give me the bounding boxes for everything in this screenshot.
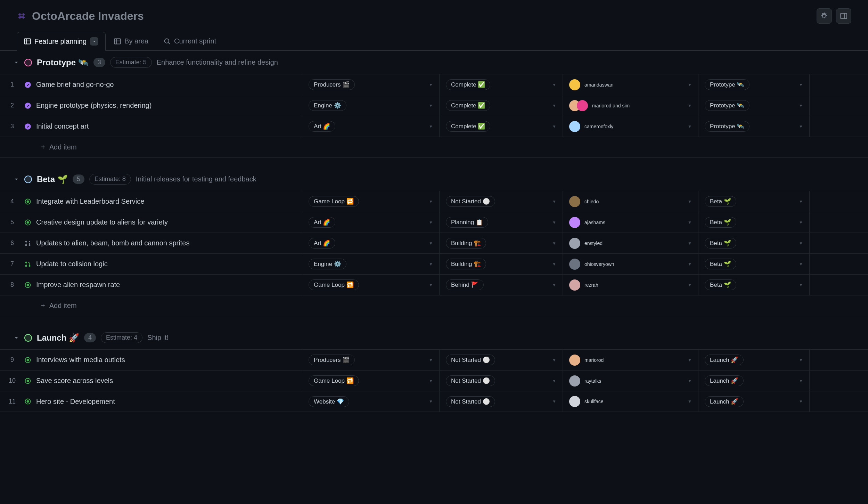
dropdown-caret-icon[interactable]: ▼ — [552, 241, 556, 246]
status-cell[interactable]: Complete ✅▼ — [440, 116, 563, 137]
dropdown-caret-icon[interactable]: ▼ — [552, 262, 556, 267]
dropdown-caret-icon[interactable]: ▼ — [688, 283, 692, 287]
dropdown-caret-icon[interactable]: ▼ — [799, 241, 803, 246]
dropdown-caret-icon[interactable]: ▼ — [688, 199, 692, 204]
milestone-cell[interactable]: Beta 🌱▼ — [698, 254, 810, 274]
dropdown-caret-icon[interactable]: ▼ — [799, 379, 803, 383]
table-row[interactable]: 10Save score across levelsGame Loop 🔁▼No… — [0, 370, 868, 391]
dropdown-caret-icon[interactable]: ▼ — [799, 199, 803, 204]
table-row[interactable]: 2Engine prototype (physics, rendering)En… — [0, 95, 868, 116]
assignee-cell[interactable]: amandaswan▼ — [563, 74, 698, 95]
category-cell[interactable]: Engine ⚙️▼ — [302, 95, 440, 116]
row-title[interactable]: Engine prototype (physics, rendering) — [36, 101, 152, 109]
milestone-cell[interactable]: Prototype 🛰️▼ — [698, 95, 810, 116]
status-cell[interactable]: Building 🏗️▼ — [440, 233, 563, 253]
assignee-cell[interactable]: rezrah▼ — [563, 275, 698, 295]
row-title[interactable]: Improve alien respawn rate — [36, 281, 120, 289]
dropdown-caret-icon[interactable]: ▼ — [552, 103, 556, 108]
assignee-cell[interactable]: mariorod and sim▼ — [563, 95, 698, 116]
dropdown-caret-icon[interactable]: ▼ — [552, 358, 556, 363]
dropdown-caret-icon[interactable]: ▼ — [688, 241, 692, 246]
dropdown-caret-icon[interactable]: ▼ — [688, 103, 692, 108]
status-cell[interactable]: Not Started ⚪▼ — [440, 371, 563, 391]
dropdown-caret-icon[interactable]: ▼ — [799, 283, 803, 287]
dropdown-caret-icon[interactable]: ▼ — [688, 124, 692, 129]
dropdown-caret-icon[interactable]: ▼ — [799, 399, 803, 404]
milestone-cell[interactable]: Beta 🌱▼ — [698, 275, 810, 295]
milestone-cell[interactable]: Launch 🚀▼ — [698, 350, 810, 370]
category-cell[interactable]: Art 🌈▼ — [302, 212, 440, 233]
table-row[interactable]: 4Integrate with Leaderboard ServiceGame … — [0, 191, 868, 212]
tab-feature-planning[interactable]: Feature planning — [17, 32, 106, 51]
assignee-cell[interactable]: ohiosveryown▼ — [563, 254, 698, 274]
status-cell[interactable]: Behind 🚩▼ — [440, 275, 563, 295]
table-row[interactable]: 7Update to colision logicEngine ⚙️▼Build… — [0, 253, 868, 274]
dropdown-caret-icon[interactable]: ▼ — [688, 220, 692, 225]
row-title[interactable]: Game brief and go-no-go — [36, 81, 114, 89]
dropdown-caret-icon[interactable]: ▼ — [429, 241, 433, 246]
tab-by-area[interactable]: By area — [107, 32, 155, 50]
row-title[interactable]: Save score across levels — [36, 377, 113, 385]
row-title[interactable]: Updates to alien, beam, bomb and cannon … — [36, 239, 189, 247]
dropdown-caret-icon[interactable]: ▼ — [552, 283, 556, 287]
milestone-cell[interactable]: Beta 🌱▼ — [698, 191, 810, 212]
category-cell[interactable]: Game Loop 🔁▼ — [302, 191, 440, 212]
status-cell[interactable]: Building 🏗️▼ — [440, 254, 563, 274]
assignee-cell[interactable]: ajashams▼ — [563, 212, 698, 233]
panel-button[interactable] — [836, 8, 851, 24]
row-title[interactable]: Hero site - Developement — [36, 398, 115, 406]
dropdown-caret-icon[interactable]: ▼ — [688, 379, 692, 383]
settings-button[interactable] — [817, 8, 832, 24]
assignee-cell[interactable]: mariorod▼ — [563, 350, 698, 370]
category-cell[interactable]: Game Loop 🔁▼ — [302, 275, 440, 295]
dropdown-caret-icon[interactable]: ▼ — [552, 199, 556, 204]
assignee-cell[interactable]: skullface▼ — [563, 391, 698, 412]
row-title[interactable]: Update to colision logic — [36, 260, 108, 268]
dropdown-caret-icon[interactable]: ▼ — [429, 199, 433, 204]
table-row[interactable]: 8Improve alien respawn rateGame Loop 🔁▼B… — [0, 274, 868, 295]
add-item-button[interactable]: +Add item — [0, 295, 868, 316]
dropdown-caret-icon[interactable]: ▼ — [552, 379, 556, 383]
row-title[interactable]: Integrate with Leaderboard Service — [36, 197, 144, 205]
table-row[interactable]: 11Hero site - DevelopementWebsite 💎▼Not … — [0, 391, 868, 412]
assignee-cell[interactable]: chiedo▼ — [563, 191, 698, 212]
category-cell[interactable]: Producers 🎬▼ — [302, 350, 440, 370]
dropdown-caret-icon[interactable]: ▼ — [552, 220, 556, 225]
dropdown-caret-icon[interactable]: ▼ — [552, 399, 556, 404]
table-row[interactable]: 5Creative design update to aliens for va… — [0, 212, 868, 233]
status-cell[interactable]: Not Started ⚪▼ — [440, 191, 563, 212]
dropdown-caret-icon[interactable]: ▼ — [688, 82, 692, 87]
milestone-cell[interactable]: Launch 🚀▼ — [698, 391, 810, 412]
category-cell[interactable]: Engine ⚙️▼ — [302, 254, 440, 274]
milestone-cell[interactable]: Prototype 🛰️▼ — [698, 116, 810, 137]
category-cell[interactable]: Game Loop 🔁▼ — [302, 371, 440, 391]
dropdown-caret-icon[interactable]: ▼ — [688, 262, 692, 267]
category-cell[interactable]: Art 🌈▼ — [302, 233, 440, 253]
add-item-button[interactable]: +Add item — [0, 137, 868, 158]
dropdown-caret-icon[interactable]: ▼ — [429, 283, 433, 287]
assignee-cell[interactable]: cameronfoxly▼ — [563, 116, 698, 137]
category-cell[interactable]: Art 🌈▼ — [302, 116, 440, 137]
dropdown-caret-icon[interactable]: ▼ — [429, 124, 433, 129]
assignee-cell[interactable]: raytalks▼ — [563, 371, 698, 391]
milestone-cell[interactable]: Prototype 🛰️▼ — [698, 74, 810, 95]
table-row[interactable]: 3Initial concept artArt 🌈▼Complete ✅▼cam… — [0, 116, 868, 137]
dropdown-caret-icon[interactable]: ▼ — [429, 262, 433, 267]
table-row[interactable]: 6Updates to alien, beam, bomb and cannon… — [0, 233, 868, 253]
dropdown-caret-icon[interactable]: ▼ — [429, 220, 433, 225]
table-row[interactable]: 9Interviews with media outletsProducers … — [0, 349, 868, 370]
group-header[interactable]: Beta 🌱5Estimate: 8Initial releases for t… — [0, 168, 868, 191]
dropdown-caret-icon[interactable]: ▼ — [799, 220, 803, 225]
dropdown-caret-icon[interactable]: ▼ — [429, 103, 433, 108]
milestone-cell[interactable]: Beta 🌱▼ — [698, 212, 810, 233]
dropdown-caret-icon[interactable]: ▼ — [799, 262, 803, 267]
status-cell[interactable]: Not Started ⚪▼ — [440, 350, 563, 370]
row-title[interactable]: Creative design update to aliens for var… — [36, 218, 168, 226]
dropdown-caret-icon[interactable]: ▼ — [799, 82, 803, 87]
dropdown-caret-icon[interactable]: ▼ — [799, 358, 803, 363]
dropdown-caret-icon[interactable]: ▼ — [552, 82, 556, 87]
dropdown-caret-icon[interactable]: ▼ — [552, 124, 556, 129]
tab-dropdown-button[interactable] — [90, 37, 98, 46]
dropdown-caret-icon[interactable]: ▼ — [688, 399, 692, 404]
table-row[interactable]: 1Game brief and go-no-goProducers 🎬▼Comp… — [0, 74, 868, 95]
